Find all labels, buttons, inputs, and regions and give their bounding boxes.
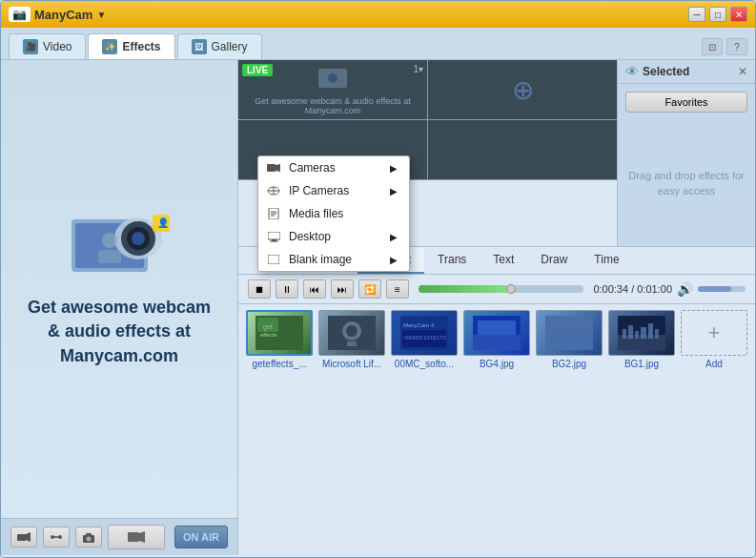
svg-rect-55: [635, 331, 639, 339]
maximize-button[interactable]: □: [709, 7, 726, 22]
playlist-thumb-0: geteffects: [246, 310, 313, 356]
svg-point-6: [102, 233, 117, 248]
title-bar: 📷 ManyCam ▼ ─ □ ✕: [1, 1, 755, 28]
svg-rect-49: [545, 333, 593, 350]
playlist-add-button[interactable]: +: [681, 310, 747, 356]
tab-effects-label: Effects: [122, 40, 160, 53]
playlist-item-5[interactable]: BG1.jpg: [608, 310, 675, 549]
playlist-label-0: geteffects_...: [252, 359, 306, 369]
context-cameras-label: Cameras: [289, 161, 336, 175]
context-blank-label: Blank image: [289, 253, 352, 266]
selected-panel-close-button[interactable]: ✕: [738, 65, 747, 78]
playlist-thumb-1: [318, 310, 385, 356]
tab-video[interactable]: 🎥 Video: [9, 33, 86, 59]
playlist-add-item[interactable]: + Add: [681, 310, 747, 549]
pause-button[interactable]: ⏸: [276, 279, 298, 299]
playlist-label-4: BG2.jpg: [552, 359, 586, 369]
tab-time[interactable]: Time: [581, 247, 632, 274]
gallery-tab-icon: 🖼: [192, 39, 207, 54]
title-bar-dropdown-icon[interactable]: ▼: [96, 10, 106, 20]
playlist-item-3[interactable]: BG4.jpg: [463, 310, 530, 549]
playlist-item-0[interactable]: geteffects geteffects_...: [246, 310, 313, 549]
svg-point-14: [87, 536, 92, 541]
svg-rect-15: [86, 533, 92, 536]
svg-rect-40: [347, 341, 357, 346]
tab-gallery[interactable]: 🖼 Gallery: [177, 33, 262, 59]
playlist-thumb-3: [463, 310, 530, 356]
context-menu-cameras[interactable]: Cameras ▶: [258, 156, 409, 179]
selected-panel-header: 👁 Selected ✕: [618, 60, 755, 84]
close-button[interactable]: ✕: [730, 7, 747, 22]
camera-cell-2-plus: ⊕: [512, 74, 534, 106]
tab-text[interactable]: Text: [480, 247, 527, 274]
prev-button[interactable]: ⏮: [303, 279, 326, 299]
next-button[interactable]: ⏭: [331, 279, 354, 299]
time-current: 0:00:34: [593, 283, 628, 295]
app-logo: 📷: [9, 7, 31, 22]
desktop-arrow-icon: ▶: [390, 232, 398, 242]
ip-cameras-icon: [266, 183, 281, 198]
webcam-toggle-button[interactable]: [10, 527, 37, 548]
progress-bar[interactable]: [419, 285, 583, 293]
context-menu-desktop[interactable]: Desktop ▶: [258, 225, 409, 248]
svg-rect-53: [623, 329, 626, 339]
favorites-button[interactable]: Favorites: [625, 92, 747, 113]
tab-trans[interactable]: Trans: [424, 247, 480, 274]
camera-illustration: 👤: [62, 210, 176, 296]
record-button[interactable]: [108, 525, 165, 549]
svg-point-19: [328, 73, 337, 83]
playlist-item-1[interactable]: Microsoft Lif...: [318, 310, 385, 549]
camera-cell-1[interactable]: LIVE 1▾ Get awesome webcam & audio effec…: [238, 60, 427, 119]
link-button[interactable]: [43, 527, 70, 548]
desktop-icon: [266, 229, 281, 244]
preview-controls: ON AIR: [1, 518, 237, 555]
on-air-button[interactable]: ON AIR: [174, 526, 228, 548]
snapshot-button[interactable]: [75, 527, 102, 548]
playlist-thumb-2: ManyCam 4VIEWER EFFECTS: [391, 310, 458, 356]
playback-controls: ⏹ ⏸ ⏮ ⏭ 🔁 ≡ 0:00:34 / 0:01:00 🔊: [238, 275, 755, 304]
svg-text:👤: 👤: [157, 217, 170, 229]
context-menu-blank[interactable]: Blank image ▶: [258, 248, 409, 271]
camera-cell-4[interactable]: [428, 120, 617, 179]
playlist-item-2[interactable]: ManyCam 4VIEWER EFFECTS 00MC_softo...: [391, 310, 458, 549]
media-files-icon: [266, 206, 281, 221]
svg-rect-32: [268, 255, 279, 264]
playlist-label-2: 00MC_softo...: [395, 359, 454, 369]
svg-marker-21: [276, 164, 280, 172]
camera-number-1: 1▾: [413, 64, 423, 74]
app-title: ManyCam: [34, 8, 92, 22]
svg-rect-54: [628, 325, 633, 339]
eye-icon: 👁: [625, 64, 639, 79]
playlist-label-5: BG1.jpg: [624, 359, 659, 369]
playlist-thumb-4: [536, 310, 603, 356]
camera-cell-2[interactable]: ⊕: [428, 60, 617, 119]
progress-handle[interactable]: [506, 284, 516, 294]
volume-slider[interactable]: [698, 286, 746, 292]
svg-text:VIEWER EFFECTS: VIEWER EFFECTS: [404, 335, 447, 341]
progress-bar-fill: [419, 285, 509, 293]
minimize-button[interactable]: ─: [688, 7, 705, 22]
context-ip-cameras-label: IP Cameras: [289, 184, 349, 197]
playlist-add-label: Add: [705, 359, 723, 369]
top-right-actions: ⊡ ?: [702, 33, 747, 59]
loop-button[interactable]: 🔁: [358, 279, 381, 299]
list-button[interactable]: ≡: [386, 279, 409, 299]
share-button[interactable]: ⊡: [702, 38, 723, 55]
playlist-label-1: Microsoft Lif...: [322, 359, 381, 369]
svg-marker-11: [26, 532, 31, 542]
help-button[interactable]: ?: [726, 38, 747, 55]
context-menu-ip-cameras[interactable]: IP Cameras ▶: [258, 179, 409, 202]
stop-button[interactable]: ⏹: [248, 279, 271, 299]
tab-effects[interactable]: ✨ Effects: [88, 33, 174, 59]
title-bar-left: 📷 ManyCam ▼: [9, 7, 106, 22]
drag-drop-hint: Drag and drop effects for easy access: [618, 120, 755, 246]
left-preview-panel: 👤 Get awesome webcam & audio effects at …: [1, 60, 238, 555]
blank-arrow-icon: ▶: [390, 255, 398, 265]
context-media-label: Media files: [289, 207, 343, 220]
playlist-item-4[interactable]: BG2.jpg: [536, 310, 603, 549]
context-menu-media[interactable]: Media files: [258, 202, 409, 225]
svg-rect-47: [478, 320, 516, 335]
tab-draw[interactable]: Draw: [527, 247, 581, 274]
tab-gallery-label: Gallery: [212, 40, 248, 53]
svg-rect-7: [98, 250, 121, 263]
